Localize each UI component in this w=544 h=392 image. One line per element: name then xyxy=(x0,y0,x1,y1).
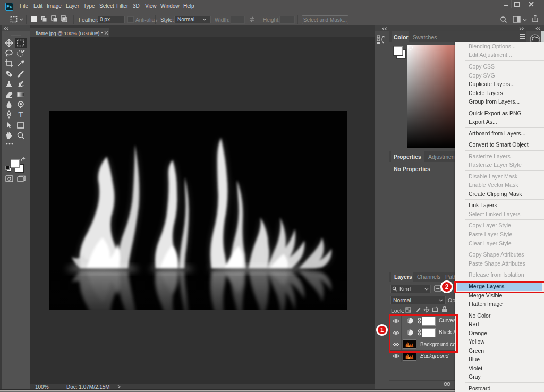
svg-text:T: T xyxy=(18,110,23,119)
